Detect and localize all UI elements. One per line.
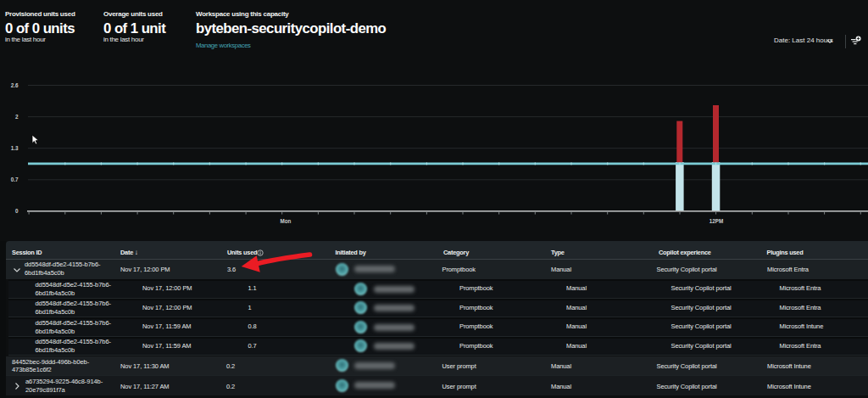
svg-text:0.7: 0.7 [11,177,19,182]
svg-text:2: 2 [15,114,19,120]
svg-text:2.6: 2.6 [11,82,19,88]
svg-text:1.3: 1.3 [11,145,19,151]
svg-text:0: 0 [15,208,19,214]
svg-text:12PM: 12PM [709,218,723,224]
svg-text:Mon: Mon [281,218,292,224]
